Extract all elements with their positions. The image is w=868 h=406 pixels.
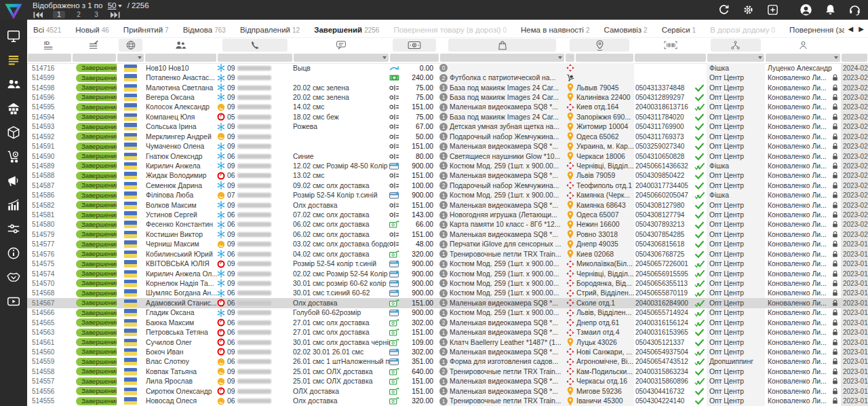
table-row[interactable]: 514561ЗавершенийСучилов Олег0630.01 смс … [27,337,868,347]
col-ttn-filter-input[interactable] [635,54,706,62]
col-status-header[interactable] [72,38,117,52]
col-source-filter-input[interactable] [707,54,764,62]
profile-avatar-icon[interactable] [800,3,812,16]
page-number[interactable]: 3 [92,11,100,18]
table-row[interactable]: 514565ЗавершенийБаюка Максим0627.01 смс … [27,318,868,327]
col-date-header[interactable] [841,38,868,52]
nav-dashboard[interactable] [6,29,21,43]
nav-statistics[interactable] [6,198,21,213]
tab-Прийнятий[interactable]: Прийнятий7 [123,20,169,38]
table-row[interactable]: 514716ЗавершенийНов10 Нов1009Выцв0.000Фі… [27,63,868,73]
page-size-dropdown[interactable]: 50 [108,1,123,10]
col-client-filter-input[interactable] [145,54,216,62]
col-products-filter-input[interactable] [440,54,564,62]
table-row[interactable]: 514587ЗавершенийСеменюк Дарина0909.02 см… [27,181,868,190]
table-row[interactable]: 514560ЗавершенийБокоч Иван0902.02 30.01 … [27,347,868,356]
table-row[interactable]: 514559ЗавершенийВлас Слотюу0626.01 смс 1… [27,357,868,367]
support-headset-icon[interactable] [848,3,861,16]
table-row[interactable]: 514599ЗавершенийПотапенко Анастас...0924… [27,73,868,82]
nav-marketing[interactable] [6,173,21,188]
col-date-filter-input[interactable] [842,54,867,62]
col-address-header[interactable] [565,38,634,52]
table-row[interactable]: 514593ЗавершенийСольська Ірина09Рожева67… [27,122,868,132]
table-row[interactable]: 514594ЗавершенийКомпанец Юля0518.02 смс … [27,112,868,122]
table-row[interactable]: 514598ЗавершенийМалютина Светлана0920.02… [27,83,868,92]
tab-Самовивіз[interactable]: Самовивіз2 [604,20,647,38]
tab-Повернення товару (в дорозі)[interactable]: Повернення товару (в дорозі)0 [393,20,507,38]
table-row[interactable]: 514567ЗавершенийАдамовский Станис...06Ол… [27,298,868,308]
tab-Новый[interactable]: Новый46 [75,20,109,38]
table-row[interactable]: 514586ЗавершенийФіліпова Люба07Розмір 52… [27,190,868,200]
table-row[interactable]: 514556ЗавершенийСиротюк Олександр09ОЛХ д… [27,386,868,396]
col-phone-filter-input[interactable] [218,54,292,62]
table-row[interactable]: 514555ЗавершенийНовосад Олеся06Олх доста… [27,396,868,405]
table-row[interactable]: 514582ЗавершенийВолков Максим09Олх доста… [27,200,868,210]
table-row[interactable]: 514566ЗавершенийГладик Оксана09Голубой 6… [27,308,868,318]
col-country-header[interactable] [117,38,144,52]
tab-scroll-left-icon[interactable]: ◀ [848,25,854,33]
page-number[interactable]: 2 [75,11,83,18]
table-row[interactable]: 514575ЗавершенийКВІТОВСЬКА ЮЛІЯ09Розмір … [27,259,868,268]
col-id-filter-input[interactable] [28,54,71,62]
nav-info[interactable] [6,246,21,261]
tab-Відправлений[interactable]: Відправлений12 [240,20,300,38]
table-row[interactable]: 514595ЗавершенийКолосок Александр0914.02… [27,103,868,112]
table-row[interactable]: 514581ЗавершенийУстинов Сергей0607.02 см… [27,210,868,219]
table-row[interactable]: 514576ЗавершенийКобилинський Юрий0604.02… [27,249,868,259]
table-row[interactable]: 514590ЗавершенийГнатюк Олексндр06Синие80… [27,151,868,161]
col-id-header[interactable]: ID [27,38,72,52]
col-manager-header[interactable] [765,38,841,52]
nav-tutorials[interactable] [6,294,21,309]
table-row[interactable]: 514579ЗавершенийКостишин Виктор0906.02 с… [27,229,868,239]
settings-gear-icon[interactable] [742,3,755,16]
table-row[interactable]: 514568ЗавершенийШумляс Богдана Ан...0630… [27,289,868,298]
col-products-header[interactable] [439,38,565,52]
nav-products[interactable] [6,125,21,140]
table-row[interactable]: 514592ЗавершенийМерклингер Андрей0950.00… [27,132,868,141]
col-phone-header[interactable] [217,38,293,52]
nav-clients[interactable] [6,77,21,92]
table-row[interactable]: 514557ЗавершенийЛила Ярослав0925.01 смс … [27,377,868,386]
notifications-bell-icon[interactable] [824,3,837,16]
tab-Завершений[interactable]: Завершений2256 [314,20,379,38]
col-country-filter-input[interactable] [117,54,144,62]
col-client-header[interactable] [144,38,217,52]
last-page-icon[interactable] [110,11,121,18]
nav-integrations[interactable] [6,221,21,236]
table-row[interactable]: 514589ЗавершенийКирилич Анжела0912.02 см… [27,161,868,170]
tab-Відмова[interactable]: Відмова763 [183,20,226,38]
table-row[interactable]: 514570ЗавершенийКорнелюк Надія Та...0930… [27,278,868,288]
table-row[interactable]: 514588ЗавершенийЖидак Володимир0613.02 с… [27,171,868,181]
table-row[interactable]: 514591ЗавершенийЧумаченко Олена09151.001… [27,141,868,151]
table-row[interactable]: 514596ЗавершенийВегера Оксана0920.02 смс… [27,92,868,102]
table-row[interactable]: 514574ЗавершенийКирилич Анжела Ол...0902… [27,269,868,278]
col-address-filter-dropdown[interactable] [566,54,574,62]
nav-partners[interactable] [6,270,21,284]
col-address-filter-input[interactable] [576,54,633,62]
refresh-icon[interactable] [717,3,730,16]
app-logo[interactable] [3,1,24,19]
tab-Всі[interactable]: Всі4521 [33,20,61,38]
tab-scroll-right-icon[interactable]: ▶ [859,25,864,33]
tab-Сервіси[interactable]: Сервіси1 [662,20,696,38]
add-widget-icon[interactable] [766,3,779,16]
col-payment-filter-input[interactable] [390,54,439,62]
nav-warehouse[interactable] [6,101,21,116]
first-page-icon[interactable] [33,11,43,18]
table-row[interactable]: 514563ЗавершенийПетровська Тетяна0627.01… [27,327,868,337]
col-source-header[interactable] [707,38,765,52]
col-payment-header[interactable] [389,38,439,52]
table-row[interactable]: 514558ЗавершенийКовпак Татьяна0925.01 см… [27,367,868,376]
col-status-filter-input[interactable] [73,54,116,62]
table-row[interactable]: 514577ЗавершенийЧерниш Максим0903.02 смс… [27,240,868,249]
col-comment-filter-input[interactable] [294,54,389,62]
tab-В дорозі додому[interactable]: В дорозі додому0 [710,20,775,38]
page-number[interactable]: 1 [53,11,65,18]
tab-Нема в наявності[interactable]: Нема в наявності2 [521,20,589,38]
nav-orders[interactable] [6,53,21,68]
table-row[interactable]: 514580ЗавершенийФесенко Константин0606.0… [27,220,868,229]
col-manager-filter-input[interactable] [766,54,840,62]
col-comment-header[interactable] [293,38,389,52]
col-ttn-header[interactable] [634,38,707,52]
nav-purchases[interactable] [6,149,21,164]
